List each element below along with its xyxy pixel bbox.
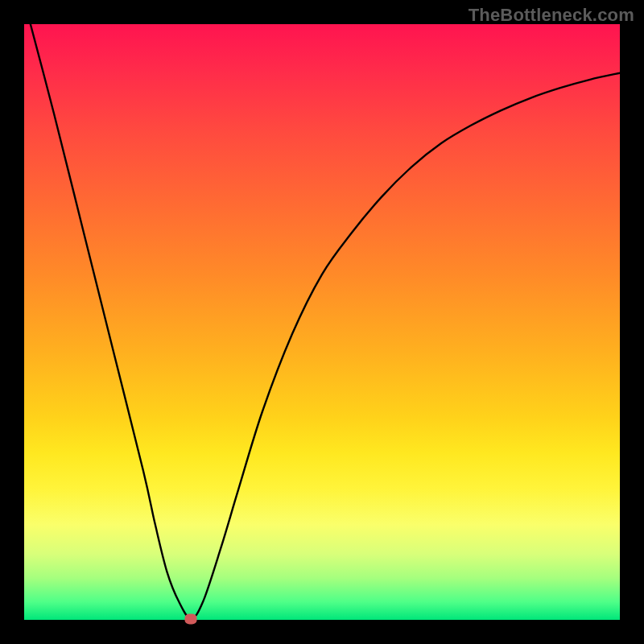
bottleneck-curve (24, 24, 620, 620)
plot-area (24, 24, 620, 620)
minimum-marker (185, 613, 197, 624)
chart-frame: TheBottleneck.com (0, 0, 644, 644)
watermark-text: TheBottleneck.com (469, 5, 634, 26)
